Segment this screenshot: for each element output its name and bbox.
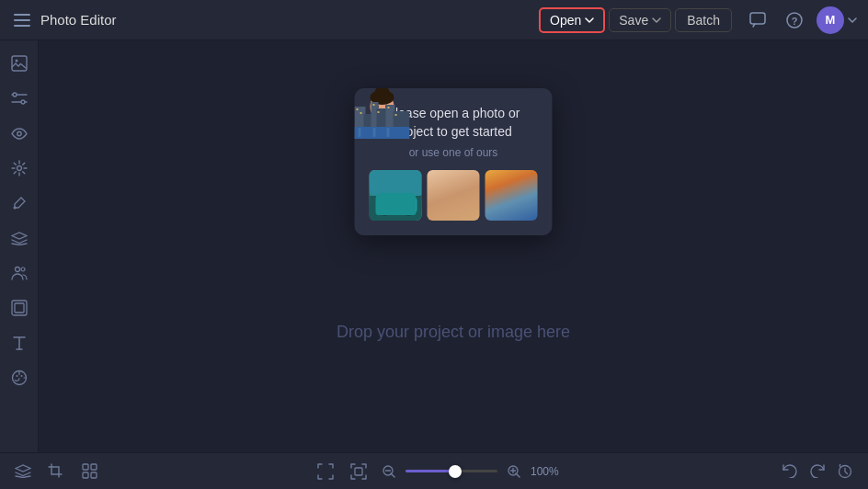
undo-button[interactable] [778,460,802,483]
svg-rect-1 [14,19,30,21]
svg-rect-29 [383,195,393,201]
zoom-out-button[interactable] [380,462,398,481]
sidebar-item-adjustments[interactable] [4,83,35,114]
svg-point-31 [382,209,389,216]
redo-button[interactable] [805,460,829,483]
header-left: Photo Editor [11,9,528,31]
svg-point-7 [15,60,17,63]
header-center: Open Save Batch [539,7,732,33]
sidebar-item-image[interactable] [4,48,35,79]
svg-rect-59 [91,472,97,478]
sample-image-woman[interactable] [428,170,480,221]
comment-button[interactable] [743,6,772,35]
sidebar [0,40,39,452]
svg-rect-56 [83,464,88,470]
help-icon: ? [786,12,803,28]
svg-point-23 [20,375,22,377]
zoom-control: 100% [380,462,565,481]
open-popup: Please open a photo or project to get st… [355,88,553,235]
layers-toggle-button[interactable] [11,460,35,483]
svg-rect-57 [91,464,97,470]
svg-rect-20 [15,303,24,313]
svg-rect-27 [377,198,417,212]
menu-icon[interactable] [11,9,33,31]
svg-rect-60 [355,468,362,475]
svg-rect-30 [395,195,405,201]
bottom-right-controls [778,460,857,483]
svg-rect-25 [370,170,422,196]
sidebar-item-retouch[interactable] [4,188,35,219]
svg-point-14 [17,131,20,135]
svg-rect-58 [83,472,88,478]
sidebar-item-effects[interactable] [4,153,35,184]
help-button[interactable]: ? [780,6,809,35]
zoom-percent: 100% [531,465,565,478]
svg-rect-26 [370,196,422,221]
svg-point-18 [21,267,25,271]
sidebar-item-sticker[interactable] [4,362,35,393]
bottom-left-tools [11,460,101,483]
history-button[interactable] [833,460,857,483]
fit-width-button[interactable] [314,460,337,483]
van-illustration [370,170,422,221]
svg-rect-0 [14,14,30,16]
avatar-button[interactable]: M [817,6,857,34]
svg-rect-3 [750,13,765,24]
svg-rect-2 [14,25,30,27]
grid-button[interactable] [77,460,101,483]
crop-button[interactable] [44,460,68,483]
svg-point-32 [405,209,413,216]
sidebar-item-text[interactable] [4,327,35,358]
sidebar-item-people[interactable] [4,257,35,289]
save-button[interactable]: Save [609,8,671,32]
bottom-center-controls: 100% [101,460,778,483]
svg-line-62 [391,473,394,477]
svg-rect-6 [12,56,27,71]
save-chevron-icon [652,17,661,23]
sample-images [370,170,538,221]
svg-text:?: ? [792,15,798,26]
drop-text: Drop your project or image here [337,323,570,342]
popup-subtitle: or use one of ours [370,146,538,159]
header: Photo Editor Open Save Batch [0,0,868,40]
sample-image-city[interactable] [485,170,538,221]
header-right: ? M [743,6,857,35]
sidebar-item-layers[interactable] [4,222,35,254]
bottom-bar: 100% [0,452,868,489]
svg-point-15 [17,166,21,171]
comment-icon [749,12,766,28]
chevron-down-icon [585,17,594,23]
main-area: Please open a photo or project to get st… [0,40,868,452]
svg-rect-28 [381,193,410,204]
avatar: M [817,6,844,34]
sidebar-item-view[interactable] [4,118,35,149]
sidebar-item-export[interactable] [4,292,35,324]
svg-point-16 [13,207,16,210]
zoom-in-button[interactable] [505,462,523,481]
svg-point-17 [15,267,19,272]
sample-image-van[interactable] [370,170,422,221]
fit-screen-button[interactable] [347,460,371,483]
avatar-chevron-icon [848,17,857,23]
batch-button[interactable]: Batch [675,8,732,32]
svg-point-22 [16,375,17,377]
canvas-area[interactable]: Please open a photo or project to get st… [39,40,868,452]
undo-redo-controls [778,460,857,483]
open-button[interactable]: Open [539,7,605,33]
zoom-slider[interactable] [405,470,497,472]
app-title: Photo Editor [40,12,117,28]
svg-line-65 [516,473,520,477]
